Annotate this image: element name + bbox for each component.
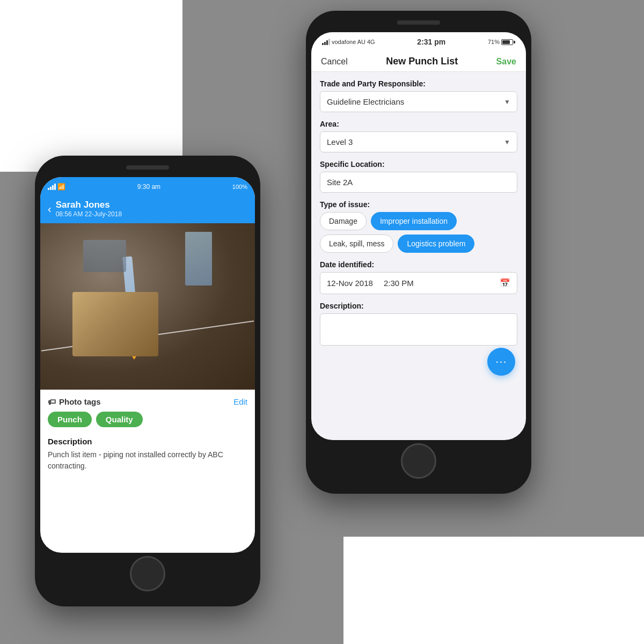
description-title: Description [48,437,247,446]
photo-area [40,223,255,390]
trade-chevron-icon: ▼ [504,98,510,106]
date-value: 12-Nov 2018 [327,279,373,288]
location-value: Site 2A [327,178,353,187]
date-row[interactable]: 12-Nov 2018 2:30 PM 📅 [320,272,517,294]
tag-quality[interactable]: Quality [96,412,143,427]
phone-left-screen: 📶 9:30 am 100% ‹ Sarah Jones 08:56 AM 22… [40,177,255,553]
description-text: Punch list item - piping not installed c… [48,449,247,472]
left-header: ‹ Sarah Jones 08:56 AM 22-July-2018 [40,196,255,223]
white-block-topleft [0,0,182,172]
area-label: Area: [320,120,517,128]
area-value: Level 3 [327,137,353,147]
photo-tags-header: 🏷 Photo tags Edit [48,397,247,406]
description-label: Description: [320,302,517,310]
tag-icon: 🏷 [48,397,56,406]
header-info: Sarah Jones 08:56 AM 22-July-2018 [56,200,122,218]
tags-row: Punch Quality [48,412,247,427]
network-type: 4G [367,39,375,45]
location-label: Specific Location: [320,160,517,169]
issue-improper[interactable]: Improper installation [371,212,457,230]
rope-decoration [41,320,254,352]
rock-detail [83,240,126,272]
phone-right: vodafone AU 4G 2:31 pm 71% Cancel New Pu… [306,11,531,494]
description-section: Description Punch list item - piping not… [48,435,247,472]
user-name: Sarah Jones [56,200,122,210]
flag-decoration [115,330,153,360]
location-input[interactable]: Site 2A [320,172,517,193]
right-time: 2:31 pm [417,38,445,46]
date-fields: 12-Nov 2018 2:30 PM [327,279,414,288]
left-time: 9:30 am [137,183,160,191]
time-value: 2:30 PM [384,279,414,288]
battery-percent: 71% [488,39,500,45]
left-status-bar: 📶 9:30 am 100% [40,177,255,196]
area-select[interactable]: Level 3 ▼ [320,131,517,152]
photo-tags-label: 🏷 Photo tags [48,397,101,406]
cancel-button[interactable]: Cancel [321,57,348,67]
left-signal-area: 📶 [48,183,65,191]
back-button[interactable]: ‹ [48,203,52,214]
save-button[interactable]: Save [496,57,516,67]
calendar-icon: 📅 [500,278,510,288]
wifi-icon: 📶 [57,183,65,191]
tag-punch[interactable]: Punch [48,412,92,427]
trade-select[interactable]: Guideline Electricians ▼ [320,91,517,112]
edit-button[interactable]: Edit [233,397,247,406]
pipe-detail [185,232,212,286]
fab-button[interactable]: ··· [487,348,515,376]
photo-tags-text: Photo tags [59,397,101,406]
trade-value: Guideline Electricians [327,97,404,106]
issue-logistics[interactable]: Logistics problem [398,235,474,253]
carrier-name: vodafone AU [332,39,365,45]
date-label: Date identified: [320,260,517,269]
right-signal-icon [322,39,330,45]
left-battery: 100% [232,184,247,190]
carrier-info: vodafone AU 4G [322,39,375,45]
trade-label: Trade and Party Responsible: [320,79,517,88]
right-status-bar: vodafone AU 4G 2:31 pm 71% [311,32,526,52]
right-nav: Cancel New Punch List Save [311,52,526,72]
issue-label: Type of issue: [320,200,517,209]
form-title: New Punch List [386,56,458,67]
left-content: 🏷 Photo tags Edit Punch Quality Descript… [40,390,255,479]
phone-right-screen: vodafone AU 4G 2:31 pm 71% Cancel New Pu… [311,32,526,440]
photo-date: 08:56 AM 22-July-2018 [56,210,122,218]
issue-damage[interactable]: Damage [320,212,367,230]
signal-bars-icon [48,184,56,190]
issue-types: Damage Improper installation Leak, spill… [320,212,517,253]
white-block-bottomright [343,537,644,644]
right-battery: 71% [488,39,515,45]
right-form: Trade and Party Responsible: Guideline E… [311,72,526,353]
issue-leak[interactable]: Leak, spill, mess [320,235,393,253]
phone-left: 📶 9:30 am 100% ‹ Sarah Jones 08:56 AM 22… [35,156,260,606]
area-chevron-icon: ▼ [504,138,510,146]
description-input[interactable] [320,313,517,346]
photo-image [40,223,255,390]
